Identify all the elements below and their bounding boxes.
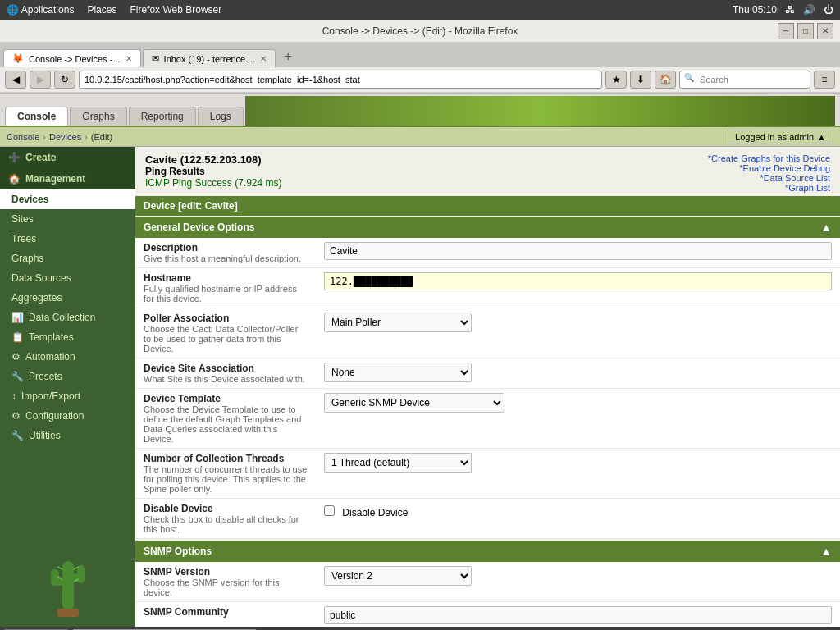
- sidebar-item-utilities[interactable]: 🔧 Utilities: [0, 426, 135, 445]
- menu-button[interactable]: ≡: [814, 71, 835, 89]
- tab-1-close[interactable]: ✕: [260, 54, 267, 63]
- disable-row: Disable Device Check this box to disable…: [135, 499, 840, 539]
- sidebar-item-import-export[interactable]: ↕ Import/Export: [0, 386, 135, 406]
- sidebar-item-graphs[interactable]: Graphs: [0, 249, 135, 268]
- history-button[interactable]: ⬇: [630, 71, 651, 89]
- poller-desc: Choose the Cacti Data Collector/Poller t…: [144, 324, 308, 354]
- os-topbar-right: Thu 05:10 🖧 🔊 ⏻: [733, 4, 833, 16]
- os-menu-applications[interactable]: 🌐 Applications: [7, 4, 74, 16]
- breadcrumb-edit: (Edit): [91, 132, 112, 142]
- cactus-area: [0, 536, 135, 627]
- back-button[interactable]: ◀: [5, 71, 26, 89]
- browser-titlebar: Console -> Devices -> (Edit) - Mozilla F…: [0, 20, 840, 43]
- snmp-community-input[interactable]: [324, 606, 832, 624]
- tab-0-label: Console -> Devices -...: [29, 54, 121, 64]
- sidebar-item-trees[interactable]: Trees: [0, 229, 135, 249]
- general-options-collapse[interactable]: ▲: [820, 221, 832, 234]
- sidebar-item-devices[interactable]: Devices: [0, 189, 135, 209]
- sidebar-section-create[interactable]: ➕ Create: [0, 147, 135, 168]
- home-button[interactable]: 🏠: [655, 71, 676, 89]
- tab-0[interactable]: 🦊 Console -> Devices -... ✕: [3, 49, 141, 67]
- automation-icon: ⚙: [11, 351, 21, 363]
- snmp-community-label: SNMP Community: [144, 606, 308, 618]
- poller-select[interactable]: Main Poller: [324, 313, 472, 332]
- threads-row: Number of Collection Threads The number …: [135, 449, 840, 499]
- sidebar-item-presets[interactable]: 🔧 Presets: [0, 367, 135, 386]
- general-options-label: General Device Options: [144, 221, 254, 233]
- template-select[interactable]: Generic SNMP Device: [324, 393, 504, 413]
- breadcrumb-devices[interactable]: Devices: [49, 132, 81, 142]
- browser-controls: ─ □ ✕: [778, 23, 833, 39]
- enable-debug-link[interactable]: *Enable Device Debug: [739, 163, 830, 173]
- templates-label: Templates: [29, 331, 74, 343]
- create-graphs-link[interactable]: *Create Graphs for this Device: [708, 153, 830, 163]
- logged-in-badge: Logged in as admin ▲: [728, 130, 833, 144]
- tab-0-icon: 🦊: [12, 53, 24, 64]
- device-edit-header: Device [edit: Cavite]: [135, 196, 840, 216]
- description-label: Description: [144, 242, 308, 253]
- configuration-icon: ⚙: [11, 410, 21, 422]
- os-menu-places[interactable]: Places: [87, 4, 116, 16]
- os-topbar: 🌐 Applications Places Firefox Web Browse…: [0, 0, 840, 20]
- snmp-version-select[interactable]: Version 1 Version 2 Version 3: [324, 566, 472, 586]
- tab-0-close[interactable]: ✕: [126, 54, 132, 63]
- tab-logs[interactable]: Logs: [198, 107, 244, 126]
- tab-graphs[interactable]: Graphs: [70, 107, 126, 126]
- sidebar-item-data-sources[interactable]: Data Sources: [0, 268, 135, 288]
- description-desc: Give this host a meaningful description.: [144, 253, 308, 263]
- disable-checkbox[interactable]: [324, 505, 335, 516]
- hostname-input[interactable]: [324, 272, 832, 290]
- sidebar-item-configuration[interactable]: ⚙ Configuration: [0, 406, 135, 426]
- new-tab-button[interactable]: +: [277, 46, 298, 67]
- management-icon: 🏠: [8, 173, 21, 185]
- svg-rect-9: [57, 609, 79, 617]
- graph-list-link[interactable]: *Graph List: [785, 183, 830, 193]
- close-button[interactable]: ✕: [817, 23, 833, 39]
- description-input[interactable]: [324, 242, 832, 260]
- sidebar-section-management[interactable]: 🏠 Management: [0, 168, 135, 189]
- data-source-list-link[interactable]: *Data Source List: [760, 173, 830, 183]
- threads-label: Number of Collection Threads: [144, 453, 308, 464]
- snmp-community-row: SNMP Community: [135, 602, 840, 628]
- breadcrumb-bar: Console › Devices › (Edit) Logged in as …: [0, 127, 840, 147]
- reload-button[interactable]: ↻: [54, 71, 75, 89]
- taskbar: 📷 Pictures 🦊 Console -> Devices -> (Edit…: [0, 627, 840, 630]
- threads-select[interactable]: 1 Thread (default): [324, 453, 472, 472]
- threads-desc: The number of concurrent threads to use …: [144, 464, 308, 494]
- template-label: Device Template: [144, 393, 308, 404]
- disable-desc: Check this box to disable all checks for…: [144, 514, 308, 534]
- sidebar-item-data-collection[interactable]: 📊 Data Collection: [0, 308, 135, 327]
- tab-console[interactable]: Console: [5, 107, 68, 126]
- sidebar-item-aggregates[interactable]: Aggregates: [0, 288, 135, 308]
- sidebar-item-sites[interactable]: Sites: [0, 209, 135, 229]
- page-wrapper: Console Graphs Reporting Logs Console › …: [0, 94, 840, 627]
- snmp-options-collapse[interactable]: ▲: [820, 545, 832, 558]
- description-row: Description Give this host a meaningful …: [135, 238, 840, 268]
- site-label: Device Site Association: [144, 363, 308, 374]
- bookmark-button[interactable]: ★: [605, 71, 627, 89]
- snmp-form-table: SNMP Version Choose the SNMP version for…: [135, 562, 840, 627]
- site-select[interactable]: None: [324, 363, 472, 382]
- maximize-button[interactable]: □: [797, 23, 814, 39]
- forward-button[interactable]: ▶: [30, 71, 51, 89]
- sidebar-item-templates[interactable]: 📋 Templates: [0, 327, 135, 347]
- template-desc: Choose the Device Template to use to def…: [144, 404, 308, 444]
- sidebar-item-automation[interactable]: ⚙ Automation: [0, 347, 135, 367]
- os-menu-firefox[interactable]: Firefox Web Browser: [130, 4, 221, 16]
- site-row: Device Site Association What Site is thi…: [135, 358, 840, 389]
- tab-1[interactable]: ✉ Inbox (19) - terrence.... ✕: [143, 49, 276, 67]
- url-bar[interactable]: [79, 71, 602, 89]
- hostname-row: Hostname Fully qualified hostname or IP …: [135, 268, 840, 308]
- os-power-icon: ⏻: [824, 4, 833, 16]
- poller-label: Poller Association: [144, 313, 308, 324]
- breadcrumb-console[interactable]: Console: [7, 132, 39, 142]
- site-desc: What Site is this Device associated with…: [144, 374, 308, 384]
- management-label: Management: [25, 173, 85, 185]
- search-input[interactable]: [679, 71, 810, 89]
- minimize-button[interactable]: ─: [778, 23, 794, 39]
- tab-reporting[interactable]: Reporting: [129, 107, 196, 126]
- svg-rect-0: [62, 561, 74, 610]
- tab-1-icon: ✉: [152, 53, 159, 64]
- presets-label: Presets: [29, 371, 62, 382]
- hostname-desc: Fully qualified hostname or IP address f…: [144, 284, 308, 304]
